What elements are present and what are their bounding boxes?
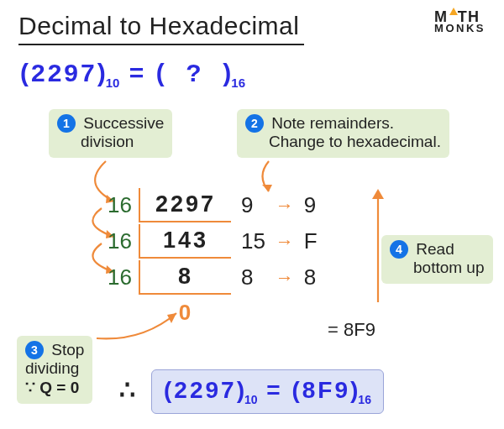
arrow-right-icon: → (272, 224, 297, 259)
step-badge-3: 3 (25, 341, 44, 359)
arrow-right-icon: → (272, 260, 297, 295)
svg-marker-6 (372, 189, 384, 199)
brand-logo: M TH MONKS (434, 10, 486, 34)
division-row: 16 143 15 → F (102, 224, 323, 259)
arrow-right-icon: → (272, 188, 297, 222)
division-row: 16 8 8 → 8 (102, 260, 323, 295)
step-badge-2: 2 (245, 114, 264, 133)
problem-equation: (2297)10 = ( ? )16 (20, 59, 245, 90)
step-badge-1: 1 (57, 114, 76, 133)
step-label-2: 2 Note remainders. Change to hexadecimal… (237, 109, 449, 158)
answer-box: (2297)10 = (8F9)16 (151, 369, 384, 414)
step-label-1: 1 Successive division (49, 109, 172, 158)
step-label-3: 3 Stop dividing ∵ Q = 0 (17, 336, 92, 404)
inline-result: = 8F9 (328, 319, 375, 341)
final-quotient: 0 (139, 296, 231, 329)
division-row: 16 2297 9 → 9 (102, 188, 323, 222)
division-work: 16 2297 9 → 9 16 143 15 → F 16 8 8 → 8 0 (101, 186, 324, 331)
step-label-4: 4 Read bottom up (381, 235, 493, 284)
therefore-symbol: ∴ (119, 374, 135, 404)
divisor: 16 (102, 188, 137, 222)
step-badge-4: 4 (390, 240, 408, 259)
page-title: Decimal to Hexadecimal (18, 12, 304, 45)
